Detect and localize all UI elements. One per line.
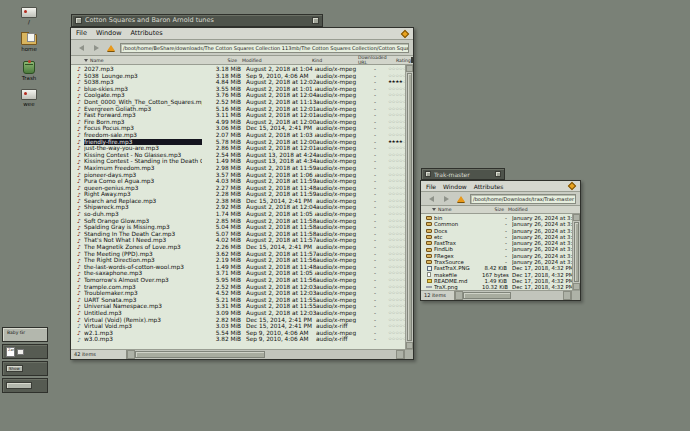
window-tab-trak-master[interactable]: Trak-master — [421, 168, 505, 180]
column-header-name[interactable]: Name — [438, 207, 478, 212]
file-row[interactable]: ♪The Right Direction.mp32.19 MiBAugust 2… — [71, 257, 405, 264]
file-row[interactable]: ♪Kissing Contest - No Glasses.mp32.54 Mi… — [71, 152, 405, 159]
tile-button[interactable] — [6, 382, 32, 389]
file-row[interactable]: ♪Standing In The Death Car.mp35.07 MiBAu… — [71, 231, 405, 238]
file-row[interactable]: ♪Focus Pocus.mp33.06 MiBDec 15, 2014, 2:… — [71, 125, 405, 132]
file-row[interactable]: ♪trample.com.mp32.52 MiBAugust 2, 2018 a… — [71, 284, 405, 291]
file-row[interactable]: ♪w2.1.mp35.54 MiBSep 9, 2010, 4:06 AMaud… — [71, 330, 405, 337]
file-row[interactable]: ♪2027.mp33.18 MiBAugust 2, 2018 at 1:04 … — [71, 66, 405, 73]
desktop-icon-home[interactable]: home — [10, 34, 48, 53]
column-header-downloaded-url[interactable]: Downloaded URL — [358, 55, 396, 65]
desktop-icon-root[interactable]: / — [10, 7, 48, 26]
column-config-button[interactable] — [411, 57, 413, 63]
file-row[interactable]: ♪Dont_0000_With_The_Cotton_Squares.mp32.… — [71, 99, 405, 106]
menu-attributes[interactable]: Attributes — [474, 181, 504, 192]
forward-button[interactable] — [90, 43, 102, 52]
file-row[interactable]: ♪Spalding Gray is Missing.mp35.04 MiBAug… — [71, 224, 405, 231]
scroll-down-button[interactable] — [573, 283, 580, 290]
file-row[interactable]: ♪blue-skies.mp33.55 MiBAugust 2, 2018 at… — [71, 86, 405, 93]
file-row[interactable]: ♪Pura Como el Agua.mp34.03 MiBAugust 2, … — [71, 178, 405, 185]
menu-window[interactable]: Window — [443, 181, 467, 192]
menu-file[interactable]: File — [76, 28, 87, 39]
hscrollbar-track[interactable] — [511, 291, 563, 300]
hscrollbar-thumb[interactable] — [135, 351, 265, 358]
file-row[interactable]: ♪friendly-fire.mp35.78 MiBAugust 2, 2018… — [71, 139, 405, 146]
column-header-rating[interactable]: Rating — [396, 58, 411, 63]
file-row[interactable]: ♪Virtual (Void) (Remix).mp32.82 MiBDec 1… — [71, 317, 405, 324]
path-field[interactable]: /boot/home/BeShare/downloads/The Cotton … — [120, 43, 409, 53]
desktop-icon-wee[interactable]: wee — [10, 89, 48, 108]
vertical-scrollbar[interactable] — [405, 65, 413, 349]
file-row[interactable]: ♪Search and Replace.mp32.38 MiBDec 15, 2… — [71, 198, 405, 205]
scroll-up-button[interactable] — [573, 214, 580, 221]
file-row[interactable]: ♪The Magnetik Zones of Love.mp32.26 MiBD… — [71, 244, 405, 251]
file-row[interactable]: ♪Tomorrow's Almost Over.mp35.95 MiBAugus… — [71, 277, 405, 284]
minimized-window-tile[interactable]: Show — [2, 361, 48, 376]
scroll-right-button[interactable] — [563, 291, 571, 300]
file-row[interactable]: ♪Shipwreck.mp32.92 MiBAugust 2, 2018 at … — [71, 204, 405, 211]
file-row[interactable]: ♪so-duh.mp31.74 MiBAugust 2, 2018 at 1:0… — [71, 211, 405, 218]
file-row[interactable]: ♪pioneer-days.mp33.57 MiBAugust 2, 2018 … — [71, 172, 405, 179]
desktop-icon-trash[interactable]: Trash — [10, 61, 48, 82]
file-row[interactable]: ♪UART Sonata.mp35.21 MiBAugust 2, 2018 a… — [71, 297, 405, 304]
file-row[interactable]: ♪Untitled.mp33.09 MiBAugust 2, 2018 at 1… — [71, 310, 405, 317]
window-tab-cotton-squares[interactable]: Cotton Squares and Baron Arnold tunes — [71, 14, 323, 27]
minimized-window-tile[interactable] — [2, 378, 48, 393]
menu-file[interactable]: File — [426, 181, 436, 192]
file-row[interactable]: ♪Fire Born.mp34.99 MiBAugust 2, 2018 at … — [71, 119, 405, 126]
back-button[interactable] — [425, 194, 437, 203]
resize-corner[interactable] — [571, 291, 580, 300]
zoom-button[interactable] — [495, 171, 501, 177]
up-button[interactable] — [105, 43, 117, 52]
hscrollbar-thumb[interactable] — [463, 292, 511, 299]
column-header-name[interactable]: Name — [90, 58, 198, 63]
file-row[interactable]: ♪The Meeting (PPD).mp33.62 MiBAugust 2, … — [71, 251, 405, 258]
zoom-button[interactable] — [312, 17, 319, 24]
vertical-scrollbar[interactable] — [572, 214, 580, 290]
scrollbar-thumb[interactable] — [574, 222, 579, 282]
file-row[interactable]: ♪5038.mp34.84 MiBAugust 2, 2018 at 12:02… — [71, 79, 405, 86]
scroll-down-button[interactable] — [406, 342, 413, 349]
file-row[interactable]: ♪5038_Lounge.mp33.18 MiBSep 9, 2010, 4:0… — [71, 73, 405, 80]
file-row[interactable]: ♪Coolgate.mp33.76 MiBAugust 2, 2018 at 1… — [71, 92, 405, 99]
column-header-size[interactable]: Size — [198, 58, 242, 63]
up-button[interactable] — [455, 194, 467, 203]
file-row[interactable]: ♪queen-genius.mp32.27 MiBAugust 2, 2018 … — [71, 185, 405, 192]
scroll-left-button[interactable] — [455, 291, 463, 300]
close-button[interactable] — [75, 17, 82, 24]
back-button[interactable] — [75, 43, 87, 52]
forward-button[interactable] — [440, 194, 452, 203]
minimized-window-tile[interactable]: Baby Gr — [2, 327, 48, 342]
file-row[interactable]: ♪Evergreen Goliath.mp35.16 MiBAugust 2, … — [71, 106, 405, 113]
menu-attributes[interactable]: Attributes — [131, 28, 163, 39]
minimized-window-tile[interactable]: Zan — [2, 344, 48, 359]
resize-corner[interactable] — [404, 350, 413, 359]
file-row[interactable]: ♪just-the-way-you-are.mp32.86 MiBAugust … — [71, 145, 405, 152]
file-row[interactable]: ♪Troublemaker.mp34.52 MiBAugust 2, 2018 … — [71, 290, 405, 297]
column-header-modified[interactable]: Modified — [508, 207, 580, 212]
file-row[interactable]: ♪Maximum Freedom.mp32.98 MiBAugust 2, 20… — [71, 165, 405, 172]
scroll-up-button[interactable] — [406, 65, 413, 72]
menu-window[interactable]: Window — [96, 28, 122, 39]
file-row[interactable]: ♪the-saxaphone.mp33.71 MiBAugust 2, 2018… — [71, 270, 405, 277]
file-row[interactable]: ♪Fast Forward.mp33.11 MiBAugust 2, 2018 … — [71, 112, 405, 119]
scrollbar-thumb[interactable] — [407, 73, 412, 341]
file-row[interactable]: ♪the-last-words-of-cotton-wool.mp31.49 M… — [71, 264, 405, 271]
close-button[interactable] — [425, 171, 431, 177]
tile-button[interactable]: Show — [6, 365, 23, 372]
file-row[interactable]: ♪That's Not What I Need.mp34.02 MiBAugus… — [71, 237, 405, 244]
column-header-kind[interactable]: Kind — [312, 58, 358, 63]
column-header-size[interactable]: Size — [478, 207, 508, 212]
file-row[interactable]: ♪Right Away.mp32.28 MiBAugust 2, 2018 at… — [71, 191, 405, 198]
file-row[interactable]: ♪Virtual Void.mp33.03 MiBDec 15, 2014, 2… — [71, 323, 405, 330]
scroll-right-button[interactable] — [396, 350, 404, 359]
file-row[interactable]: ♪w3.0.mp33.82 MiBSep 9, 2010, 4:06 AMaud… — [71, 336, 405, 343]
column-header-modified[interactable]: Modified — [242, 58, 312, 63]
path-field[interactable]: /boot/home/Downloads/trax/Trak-master — [470, 194, 576, 204]
scroll-left-button[interactable] — [127, 350, 135, 359]
hscrollbar-track[interactable] — [265, 350, 396, 359]
file-row[interactable]: ♪freedom-sale.mp32.07 MiBAugust 2, 2018 … — [71, 132, 405, 139]
file-row[interactable]: ♪Kissing Contest - Standing in the Death… — [71, 158, 405, 165]
file-row[interactable]: ♪Universal Namespace.mp33.31 MiBAugust 2… — [71, 303, 405, 310]
file-row[interactable]: ♪Soft Orange Glow.mp32.85 MiBAugust 2, 2… — [71, 218, 405, 225]
